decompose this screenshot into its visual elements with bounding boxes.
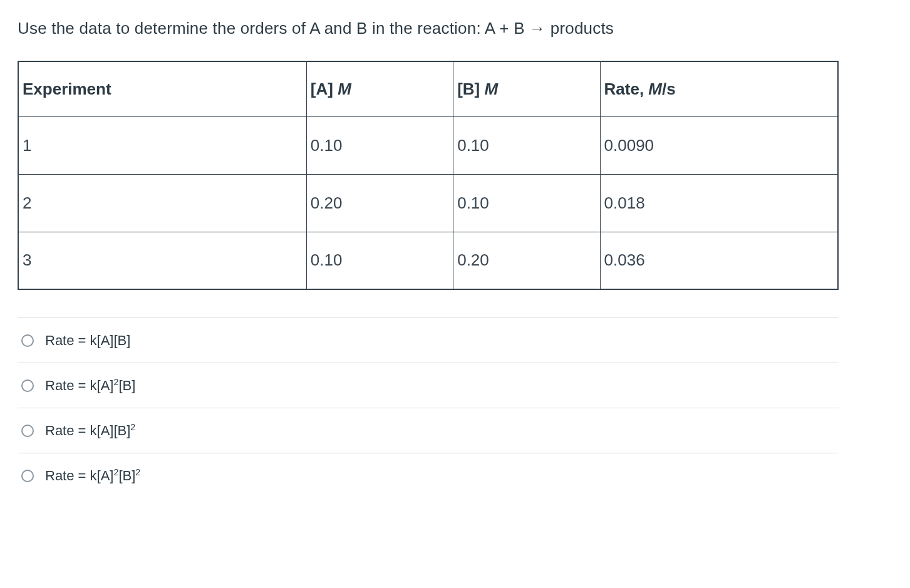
cell-a: 0.10 [306, 116, 453, 174]
experiment-data-table: Experiment [A] M [B] M Rate, M/s 1 0.10 … [18, 61, 839, 290]
cell-experiment: 2 [18, 174, 306, 232]
header-experiment: Experiment [18, 61, 306, 116]
cell-rate: 0.018 [600, 174, 838, 232]
header-rate: Rate, M/s [600, 61, 838, 116]
radio-icon[interactable] [21, 334, 34, 347]
cell-b: 0.20 [453, 232, 600, 289]
answer-label: Rate = k[A]2[B] [45, 378, 135, 394]
table-header-row: Experiment [A] M [B] M Rate, M/s [18, 61, 838, 116]
cell-b: 0.10 [453, 116, 600, 174]
answer-label: Rate = k[A][B] [45, 333, 130, 349]
radio-icon[interactable] [21, 425, 34, 437]
table-row: 2 0.20 0.10 0.018 [18, 174, 838, 232]
answer-option-3[interactable]: Rate = k[A][B]2 [18, 408, 839, 453]
answer-option-2[interactable]: Rate = k[A]2[B] [18, 363, 839, 408]
cell-rate: 0.0090 [600, 116, 838, 174]
table-row: 3 0.10 0.20 0.036 [18, 232, 838, 289]
radio-icon[interactable] [21, 379, 34, 392]
cell-b: 0.10 [453, 174, 600, 232]
radio-icon[interactable] [21, 470, 34, 482]
answer-option-1[interactable]: Rate = k[A][B] [18, 318, 839, 363]
answer-label: Rate = k[A][B]2 [45, 423, 135, 439]
cell-rate: 0.036 [600, 232, 838, 289]
cell-experiment: 3 [18, 232, 306, 289]
header-concentration-b: [B] M [453, 61, 600, 116]
table-row: 1 0.10 0.10 0.0090 [18, 116, 838, 174]
cell-a: 0.10 [306, 232, 453, 289]
answer-label: Rate = k[A]2[B]2 [45, 468, 140, 484]
header-concentration-a: [A] M [306, 61, 453, 116]
cell-a: 0.20 [306, 174, 453, 232]
cell-experiment: 1 [18, 116, 306, 174]
answers-list: Rate = k[A][B] Rate = k[A]2[B] Rate = k[… [18, 317, 839, 498]
question-text: Use the data to determine the orders of … [18, 19, 892, 38]
answer-option-4[interactable]: Rate = k[A]2[B]2 [18, 453, 839, 498]
